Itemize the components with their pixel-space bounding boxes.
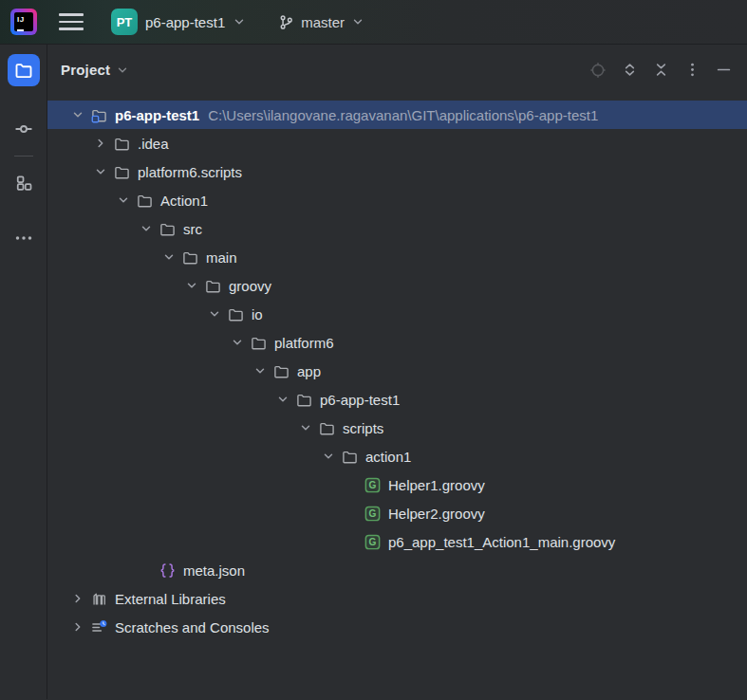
row-chevron-icon[interactable] bbox=[271, 392, 294, 407]
project-tree: p6-app-test1 C:\Users\ilangovane.ragavan… bbox=[47, 95, 747, 641]
git-branch-icon bbox=[278, 14, 294, 30]
row-label: .idea bbox=[138, 136, 169, 152]
row-chevron-icon[interactable] bbox=[112, 193, 135, 208]
row-path: C:\Users\ilangovane.ragavanan\GIT\applic… bbox=[208, 107, 598, 123]
intellij-logo-icon: IJ bbox=[10, 9, 37, 35]
tree-row-scratches-and-consoles[interactable]: Scratches and Consoles bbox=[47, 613, 747, 641]
project-switcher[interactable]: PT p6-app-test1 bbox=[105, 5, 252, 39]
row-label: platform6 bbox=[274, 335, 334, 351]
tree-row-platform6[interactable]: platform6 bbox=[47, 328, 747, 357]
row-chevron-icon[interactable] bbox=[89, 164, 112, 179]
row-chevron-icon[interactable] bbox=[89, 136, 112, 151]
tree-row-action1[interactable]: Action1 bbox=[47, 186, 747, 214]
groovy-icon: G bbox=[363, 534, 382, 549]
tool-window-stripe bbox=[0, 45, 47, 699]
chevron-down-icon[interactable] bbox=[116, 64, 129, 77]
tree-row-groovy[interactable]: groovy bbox=[47, 271, 747, 300]
hide-panel-icon[interactable] bbox=[715, 62, 732, 79]
row-chevron-icon[interactable] bbox=[66, 619, 89, 635]
row-label: app bbox=[297, 363, 321, 379]
stripe-divider bbox=[14, 156, 33, 157]
tree-row-idea[interactable]: .idea bbox=[47, 129, 747, 157]
main-menu-icon[interactable] bbox=[59, 13, 84, 29]
svg-text:G: G bbox=[368, 508, 376, 519]
project-panel: Project bbox=[47, 45, 747, 699]
project-tool-button[interactable] bbox=[8, 54, 40, 86]
expand-all-icon[interactable] bbox=[621, 62, 638, 79]
main-toolbar: IJ PT p6-app-test1 master bbox=[0, 0, 747, 45]
row-chevron-icon[interactable] bbox=[180, 278, 203, 293]
groovy-icon: G bbox=[363, 506, 382, 521]
row-label: Scratches and Consoles bbox=[115, 619, 270, 636]
chevron-down-icon bbox=[351, 15, 364, 28]
tree-row-platform6-scripts[interactable]: platform6.scripts bbox=[47, 157, 747, 186]
folder-icon bbox=[203, 278, 222, 293]
folder-icon bbox=[226, 306, 245, 322]
tree-row-meta-json[interactable]: meta.json bbox=[47, 556, 747, 584]
row-chevron-icon[interactable] bbox=[66, 591, 89, 606]
folder-icon bbox=[112, 136, 131, 151]
tree-row-p6-app-test1[interactable]: p6-app-test1 bbox=[47, 385, 747, 414]
more-options-icon[interactable] bbox=[683, 62, 700, 79]
collapse-all-icon[interactable] bbox=[652, 62, 669, 79]
row-chevron-icon[interactable] bbox=[226, 335, 249, 350]
tree-row-src[interactable]: src bbox=[47, 214, 747, 243]
row-label: io bbox=[252, 306, 263, 322]
tree-row-p6-app-test1[interactable]: p6-app-test1 C:\Users\ilangovane.ragavan… bbox=[47, 101, 747, 129]
tree-row-helper1-groovy[interactable]: G Helper1.groovy bbox=[47, 470, 747, 499]
tree-row-action1[interactable]: action1 bbox=[47, 442, 747, 470]
panel-title[interactable]: Project bbox=[61, 62, 110, 78]
svg-text:G: G bbox=[368, 480, 376, 490]
tree-row-helper2-groovy[interactable]: G Helper2.groovy bbox=[47, 499, 747, 527]
row-label: meta.json bbox=[183, 562, 245, 579]
row-chevron-icon bbox=[340, 506, 363, 521]
row-chevron-icon[interactable] bbox=[203, 306, 226, 322]
row-chevron-icon[interactable] bbox=[66, 107, 89, 122]
more-tool-windows-button[interactable] bbox=[8, 222, 40, 254]
row-label: main bbox=[206, 249, 237, 266]
tree-row-p6-app-test1-action1-main-groovy[interactable]: G p6_app_test1_Action1_main.groovy bbox=[47, 527, 747, 556]
row-chevron-icon bbox=[340, 477, 363, 492]
row-chevron-icon[interactable] bbox=[317, 449, 340, 464]
folder-icon bbox=[340, 449, 359, 464]
folder-icon bbox=[180, 249, 199, 265]
project-name: p6-app-test1 bbox=[145, 14, 225, 30]
structure-icon bbox=[14, 174, 33, 193]
structure-tool-button[interactable] bbox=[8, 167, 40, 199]
tree-row-main[interactable]: main bbox=[47, 243, 747, 271]
more-dots-icon bbox=[14, 229, 33, 248]
svg-text:G: G bbox=[368, 537, 376, 547]
project-folder-icon bbox=[89, 107, 108, 122]
folder-icon bbox=[271, 363, 290, 378]
commit-tool-button[interactable] bbox=[8, 113, 40, 145]
library-icon bbox=[89, 591, 108, 606]
row-label: action1 bbox=[365, 449, 411, 465]
row-chevron-icon[interactable] bbox=[158, 249, 180, 265]
tree-row-app[interactable]: app bbox=[47, 357, 747, 385]
row-label: Action1 bbox=[160, 193, 208, 209]
row-chevron-icon[interactable] bbox=[249, 363, 271, 378]
row-label: p6-app-test1 bbox=[320, 392, 400, 408]
row-chevron-icon[interactable] bbox=[294, 420, 317, 435]
branch-switcher[interactable]: master bbox=[272, 10, 370, 34]
project-badge: PT bbox=[111, 9, 138, 35]
folder-icon bbox=[14, 61, 33, 80]
tree-row-io[interactable]: io bbox=[47, 300, 747, 328]
row-label: groovy bbox=[229, 278, 271, 294]
groovy-icon: G bbox=[363, 477, 382, 492]
project-panel-header: Project bbox=[47, 45, 747, 95]
row-label: src bbox=[183, 221, 202, 237]
folder-icon bbox=[158, 221, 177, 236]
tree-row-scripts[interactable]: scripts bbox=[47, 414, 747, 442]
folder-icon bbox=[294, 392, 313, 407]
row-label: p6_app_test1_Action1_main.groovy bbox=[388, 534, 615, 550]
folder-icon bbox=[249, 335, 268, 350]
row-chevron-icon[interactable] bbox=[135, 221, 158, 236]
folder-icon bbox=[135, 193, 154, 208]
json-icon bbox=[158, 562, 177, 578]
commit-icon bbox=[14, 120, 33, 138]
folder-icon bbox=[317, 420, 336, 435]
tree-row-external-libraries[interactable]: External Libraries bbox=[47, 584, 747, 613]
select-opened-file-icon[interactable] bbox=[589, 62, 607, 79]
folder-icon bbox=[112, 164, 131, 179]
